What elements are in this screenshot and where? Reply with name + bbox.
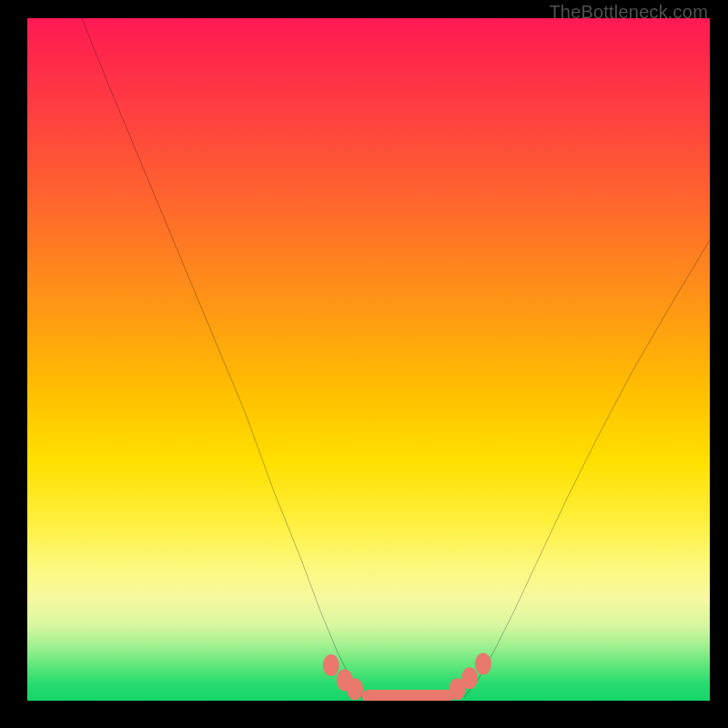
floor-ellipse: [475, 653, 491, 675]
plot-area: [27, 18, 710, 701]
floor-ellipse: [323, 654, 339, 676]
attribution-text: TheBottleneck.com: [549, 2, 708, 23]
floor-markers: [323, 653, 491, 702]
floor-ellipse: [347, 678, 363, 700]
floor-bar: [362, 690, 454, 701]
left-curve: [82, 18, 362, 697]
curve-layer: [27, 18, 710, 701]
floor-ellipse: [461, 667, 478, 689]
chart-frame: TheBottleneck.com: [0, 0, 728, 728]
right-curve: [464, 240, 710, 698]
